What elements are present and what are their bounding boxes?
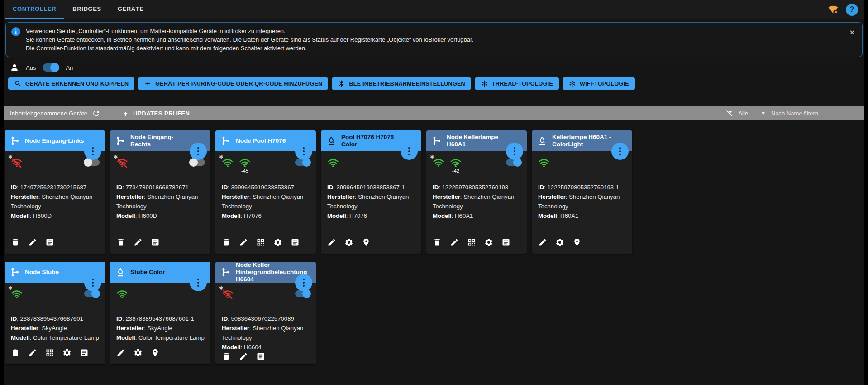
upload-icon xyxy=(121,109,130,118)
settings-icon[interactable] xyxy=(484,238,493,247)
wifi-connected-icon xyxy=(116,289,128,300)
device-title: Kellerlampe H60A1 - ColorLight xyxy=(552,134,612,148)
device-card: Node Stube ✱ ID: 2387838954376687601 Her… xyxy=(5,262,105,364)
thread-topology-button[interactable]: THREAD-TOPOLOGIE xyxy=(475,77,559,90)
wifi-topology-button[interactable]: WIFI-TOPOLOGIE xyxy=(563,77,635,90)
edit-icon[interactable] xyxy=(28,238,37,247)
filter-icon[interactable] xyxy=(725,109,734,118)
device-actions xyxy=(110,348,210,364)
device-toggle[interactable] xyxy=(295,159,310,166)
device-toggle[interactable] xyxy=(506,159,521,166)
color-light-icon xyxy=(115,267,125,277)
device-card: Stube Color ✱ ID: 2387838954376687601-1 … xyxy=(110,262,210,364)
qr-code-icon[interactable] xyxy=(467,238,476,247)
refresh-icon[interactable] xyxy=(92,109,100,118)
delete-icon[interactable] xyxy=(433,238,442,247)
device-manufacturer-line: Hersteller: SkyAngle xyxy=(116,323,205,333)
device-model-line: Modell: H600D xyxy=(11,211,100,221)
commissioned-devices-toolbar: Inbetriebgenommene Geräte UPDATES PRÜFEN… xyxy=(4,106,864,120)
tab-controller[interactable]: CONTROLLER xyxy=(5,0,64,19)
settings-icon[interactable] xyxy=(62,348,72,357)
log-icon[interactable] xyxy=(501,238,510,247)
identify-icon[interactable] xyxy=(151,348,160,357)
uncommissioned-asterisk-icon: ✱ xyxy=(8,154,12,160)
log-icon[interactable] xyxy=(80,348,89,357)
ble-settings-button[interactable]: BLE INBETRIEBNAHMEEINSTELLUNGEN xyxy=(332,77,471,90)
more-options-button[interactable] xyxy=(611,143,629,160)
edit-icon[interactable] xyxy=(134,238,143,247)
device-id-line: ID: 5083643067022570089 xyxy=(222,314,310,323)
qr-code-icon[interactable] xyxy=(45,348,54,357)
settings-icon[interactable] xyxy=(134,348,143,357)
close-icon[interactable]: ✕ xyxy=(847,28,857,38)
delete-icon[interactable] xyxy=(222,238,231,247)
edit-icon[interactable] xyxy=(239,352,248,361)
edit-icon[interactable] xyxy=(450,238,459,247)
topology-icon xyxy=(568,80,576,87)
more-options-button[interactable] xyxy=(401,143,418,160)
search-icon xyxy=(14,80,22,87)
edit-icon[interactable] xyxy=(116,348,125,357)
info-icon: i xyxy=(11,27,20,36)
more-options-button[interactable] xyxy=(190,274,207,291)
settings-icon[interactable] xyxy=(555,238,564,247)
tab-bridges[interactable]: BRIDGES xyxy=(64,0,109,19)
delete-icon[interactable] xyxy=(116,238,125,247)
device-title: Node Stube xyxy=(25,269,59,276)
device-card-header: Stube Color xyxy=(110,262,210,283)
tab-geraete[interactable]: GERÄTE xyxy=(110,0,152,19)
device-card-header: Kellerlampe H60A1 - ColorLight xyxy=(532,130,632,151)
wifi-disconnected-icon xyxy=(116,157,128,169)
filter-type-select[interactable]: Alle ▼ xyxy=(738,110,766,117)
device-card: Node Pool H7076 ✱ -45 ID: 39996459190388… xyxy=(215,130,316,254)
edit-icon[interactable] xyxy=(239,238,248,247)
check-updates-button[interactable]: UPDATES PRÜFEN xyxy=(121,109,190,118)
discover-devices-button[interactable]: GERÄTE ERKENNEN UND KOPPELN xyxy=(8,77,134,90)
tabbar-right-icons: ? xyxy=(828,0,864,19)
edit-icon[interactable] xyxy=(538,238,547,247)
identify-icon[interactable] xyxy=(572,238,582,247)
info-banner-text: Verwenden Sie die „Controller“-Funktione… xyxy=(26,27,847,53)
log-icon[interactable] xyxy=(256,352,265,361)
toggle-off-label: Aus xyxy=(26,64,36,71)
device-manufacturer-line: Hersteller: SkyAngle xyxy=(11,323,100,333)
device-toggle[interactable] xyxy=(84,290,100,297)
device-card: Kellerlampe H60A1 - ColorLight ✱ ID: 122… xyxy=(532,130,632,254)
qr-code-icon[interactable] xyxy=(256,238,265,247)
device-details: ID: 2387838954376687601-1 Hersteller: Sk… xyxy=(110,309,210,348)
more-options-button[interactable] xyxy=(506,143,523,160)
delete-icon[interactable] xyxy=(11,238,20,247)
name-filter-input[interactable] xyxy=(770,110,858,117)
more-options-button[interactable] xyxy=(84,143,101,160)
toggle-on-label: An xyxy=(66,64,73,71)
delete-icon[interactable] xyxy=(222,352,231,361)
log-icon[interactable] xyxy=(151,238,160,247)
device-manufacturer-line: Hersteller: Shenzhen Qianyan Technology xyxy=(11,192,100,211)
device-toggle[interactable] xyxy=(84,159,100,166)
wifi-warning-icon[interactable] xyxy=(828,4,839,15)
more-options-button[interactable] xyxy=(295,143,312,160)
device-toggle[interactable] xyxy=(190,159,205,166)
device-actions xyxy=(5,238,105,254)
delete-icon[interactable] xyxy=(11,348,20,357)
more-options-button[interactable] xyxy=(84,274,101,291)
log-icon[interactable] xyxy=(45,238,54,247)
device-actions xyxy=(215,352,316,368)
help-button[interactable]: ? xyxy=(846,4,858,16)
more-options-button[interactable] xyxy=(295,274,312,291)
log-icon[interactable] xyxy=(291,238,300,247)
button-label: BLE INBETRIEBNAHMEEINSTELLUNGEN xyxy=(349,81,465,87)
edit-icon[interactable] xyxy=(28,348,37,357)
settings-icon[interactable] xyxy=(273,238,282,247)
device-toggle[interactable] xyxy=(295,290,310,297)
device-model-line: Modell: Color Temperature Lamp xyxy=(116,333,205,342)
add-device-by-code-button[interactable]: GERÄT PER PAIRING-CODE ODER QR-CODE HINZ… xyxy=(138,77,328,90)
controller-toggle[interactable] xyxy=(43,63,59,72)
identify-icon[interactable] xyxy=(362,238,371,247)
info-banner: i Verwenden Sie die „Controller“-Funktio… xyxy=(5,22,863,57)
button-label: GERÄT PER PAIRING-CODE ODER QR-CODE HINZ… xyxy=(155,81,322,87)
more-options-button[interactable] xyxy=(190,143,207,160)
uncommissioned-asterisk-icon: ✱ xyxy=(219,285,223,291)
edit-icon[interactable] xyxy=(327,238,336,247)
settings-icon[interactable] xyxy=(344,238,353,247)
